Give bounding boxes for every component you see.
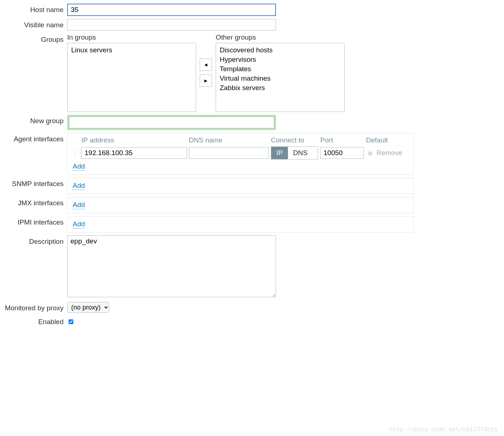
ip-address-input[interactable] [81,147,187,159]
connect-to-ip[interactable]: IP [271,147,288,159]
connect-to-header: Connect to [271,136,318,144]
enabled-checkbox[interactable] [69,319,73,324]
jmx-add-link[interactable]: Add [73,201,85,209]
other-groups-title: Other groups [216,33,345,41]
visible-name-label: Visible name [0,19,67,29]
list-item[interactable]: Hypervisors [218,55,343,64]
move-right-button[interactable]: ► [200,74,212,87]
jmx-interfaces-panel: Add [67,197,414,213]
triangle-right-icon: ► [203,78,208,84]
list-item[interactable]: Zabbix servers [218,83,343,93]
other-groups-listbox[interactable]: Discovered hostsHypervisorsTemplatesVirt… [216,43,345,112]
move-left-button[interactable]: ◄ [200,58,212,71]
default-radio[interactable] [368,151,373,156]
dns-name-input[interactable] [189,147,269,159]
groups-label: Groups [0,33,67,44]
visible-name-input[interactable] [67,19,276,31]
ip-address-header: IP address [81,136,187,144]
agent-interface-row: ⋮⋮⋮⋮ IP DNS Remove [73,146,409,160]
snmp-interfaces-panel: Add [67,178,414,194]
proxy-select[interactable]: (no proxy) [67,302,109,313]
new-group-label: New group [0,115,67,125]
monitored-by-proxy-label: Monitored by proxy [0,302,67,312]
connect-to-dns[interactable]: DNS [288,147,313,159]
agent-interfaces-panel: IP address DNS name Connect to Port Defa… [67,133,414,175]
new-group-highlight [67,115,276,130]
drag-handle-icon[interactable]: ⋮⋮⋮⋮ [73,149,79,157]
remove-link: Remove [377,149,402,157]
connect-to-toggle[interactable]: IP DNS [271,146,318,160]
host-name-input[interactable] [67,4,276,16]
list-item[interactable]: Discovered hosts [218,45,343,55]
default-header: Default [366,136,410,144]
agent-add-link[interactable]: Add [73,162,85,171]
in-groups-title: In groups [67,33,196,41]
description-textarea[interactable]: epp_dev [67,235,276,297]
list-item[interactable]: Templates [218,64,343,74]
snmp-add-link[interactable]: Add [73,182,85,190]
dns-name-header: DNS name [189,136,269,144]
triangle-left-icon: ◄ [203,62,208,68]
list-item[interactable]: Linux servers [69,45,194,55]
port-input[interactable] [320,147,364,159]
port-header: Port [320,136,364,144]
ipmi-add-link[interactable]: Add [73,220,85,229]
snmp-interfaces-label: SNMP interfaces [0,178,67,188]
description-label: Description [0,235,67,246]
host-name-label: Host name [0,4,67,14]
enabled-label: Enabled [0,316,67,326]
jmx-interfaces-label: JMX interfaces [0,197,67,207]
ipmi-interfaces-label: IPMI interfaces [0,216,67,226]
new-group-input[interactable] [69,117,274,128]
list-item[interactable]: Virtual machines [218,74,343,83]
agent-interfaces-label: Agent interfaces [0,133,67,143]
ipmi-interfaces-panel: Add [67,216,414,233]
in-groups-listbox[interactable]: Linux servers [67,43,196,112]
